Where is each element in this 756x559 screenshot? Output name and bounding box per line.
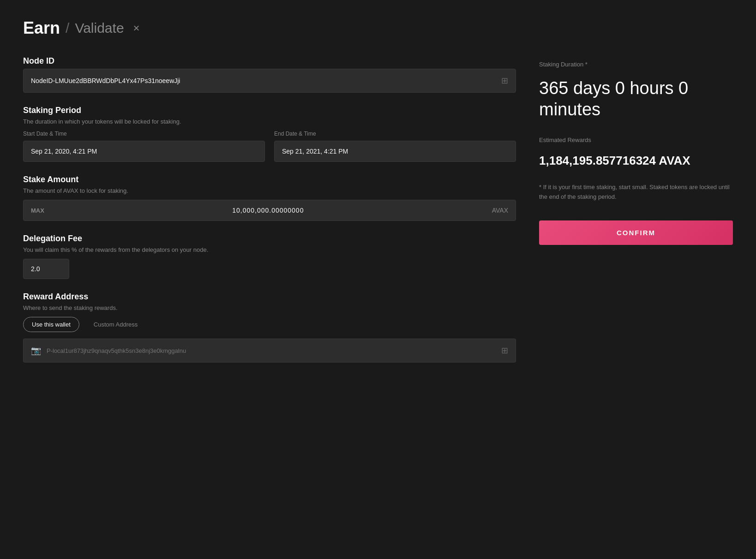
page-header: Earn / Validate × [23, 18, 733, 38]
start-date-field: Start Date & Time [23, 131, 265, 162]
stake-currency-label: AVAX [492, 207, 508, 214]
reward-address-input[interactable] [47, 347, 496, 354]
node-id-label: Node ID [23, 56, 516, 66]
estimated-rewards-label: Estimated Rewards [539, 137, 733, 143]
reward-address-title: Reward Address [23, 292, 516, 302]
header-earn: Earn [23, 18, 60, 38]
delegation-fee-title: Delegation Fee [23, 234, 516, 244]
header-validate: Validate [75, 20, 124, 36]
node-id-copy-icon[interactable]: ⊞ [501, 76, 508, 86]
estimated-rewards-value: 1,184,195.857716324 AVAX [539, 154, 733, 168]
stake-amount-subtitle: The amount of AVAX to lock for staking. [23, 187, 516, 194]
start-date-input[interactable] [31, 148, 257, 155]
staking-period-subtitle: The duration in which your tokens will b… [23, 118, 516, 125]
header-separator: / [66, 20, 69, 36]
left-panel: Node ID ⊞ Staking Period The duration in… [23, 56, 516, 541]
reward-address-buttons: Use this wallet Custom Address [23, 317, 516, 332]
start-date-input-wrapper[interactable] [23, 141, 265, 162]
node-id-field[interactable]: ⊞ [23, 69, 516, 93]
delegation-fee-input[interactable] [31, 265, 61, 273]
right-panel: Staking Duration * 365 days 0 hours 0 mi… [539, 56, 733, 541]
end-date-input-wrapper[interactable] [274, 141, 516, 162]
max-button[interactable]: MAX [31, 207, 44, 214]
delegation-fee-subtitle: You will claim this % of the rewards fro… [23, 246, 516, 253]
stake-amount-title: Stake Amount [23, 175, 516, 184]
use-wallet-button[interactable]: Use this wallet [23, 317, 79, 332]
start-date-label: Start Date & Time [23, 131, 265, 137]
end-date-input[interactable] [282, 148, 508, 155]
end-date-field: End Date & Time [274, 131, 516, 162]
confirm-button[interactable]: CONFIRM [539, 220, 733, 245]
main-content: Node ID ⊞ Staking Period The duration in… [23, 56, 733, 541]
reward-address-field: 📷 ⊞ [23, 339, 516, 363]
node-id-input[interactable] [31, 77, 501, 84]
date-row: Start Date & Time End Date & Time [23, 131, 516, 162]
staking-duration-value: 365 days 0 hours 0 minutes [539, 78, 733, 120]
staking-note: * If it is your first time staking, star… [539, 183, 733, 202]
staking-period-title: Staking Period [23, 106, 516, 115]
stake-amount-input[interactable] [52, 207, 485, 214]
reward-address-section: Reward Address Where to send the staking… [23, 292, 516, 363]
staking-duration-label: Staking Duration * [539, 61, 733, 68]
node-id-section: Node ID ⊞ [23, 56, 516, 93]
custom-address-button[interactable]: Custom Address [85, 317, 146, 332]
end-date-label: End Date & Time [274, 131, 516, 137]
delegation-fee-field[interactable] [23, 259, 69, 279]
amount-input-wrapper [52, 207, 485, 214]
stake-amount-field: MAX AVAX [23, 200, 516, 221]
stake-amount-section: Stake Amount The amount of AVAX to lock … [23, 175, 516, 221]
delegation-fee-section: Delegation Fee You will claim this % of … [23, 234, 516, 279]
camera-icon[interactable]: 📷 [31, 345, 41, 356]
close-icon[interactable]: × [133, 22, 140, 35]
staking-period-section: Staking Period The duration in which you… [23, 106, 516, 162]
reward-address-subtitle: Where to send the staking rewards. [23, 304, 516, 311]
reward-address-copy-icon[interactable]: ⊞ [501, 345, 508, 356]
